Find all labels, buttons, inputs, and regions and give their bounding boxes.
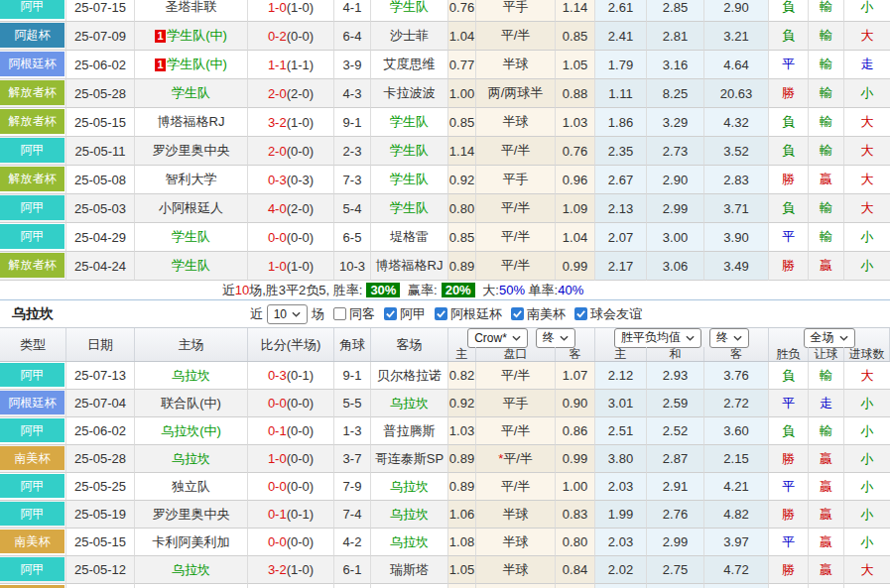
fulltime-score: 0-3 bbox=[268, 173, 287, 187]
away-team: 学生队 bbox=[371, 108, 448, 137]
crow-handicap: 半球 bbox=[476, 556, 556, 584]
handicap-outcome: 輸 bbox=[809, 362, 844, 390]
column-subheader: 客 bbox=[556, 347, 595, 361]
crow-home-odds: 0.85 bbox=[448, 223, 476, 252]
match-date: 25-05-28 bbox=[66, 79, 135, 108]
crow-away-odds: 0.99 bbox=[556, 252, 595, 281]
match-score bbox=[248, 584, 334, 588]
crow-home-odds: 0.92 bbox=[448, 390, 476, 417]
result-outcome: 平 bbox=[769, 473, 809, 501]
league-filter-checkbox[interactable] bbox=[574, 307, 587, 320]
crow-home-odds: 0.77 bbox=[448, 51, 476, 79]
avg-away-odds: 3.71 bbox=[704, 194, 769, 223]
crow-away-odds: 1.14 bbox=[556, 0, 595, 22]
handicap-outcome: 贏 bbox=[809, 529, 844, 556]
handicap-outcome: 贏 bbox=[809, 556, 844, 584]
avg-draw-odds: 8.25 bbox=[647, 79, 704, 108]
league-badge: 阿甲 bbox=[0, 363, 64, 387]
avg-away-odds: 4.64 bbox=[704, 51, 769, 79]
crow-handicap-value: 半球 bbox=[503, 113, 529, 131]
league-filter-checkbox[interactable] bbox=[435, 307, 447, 320]
checkbox-label: 同客 bbox=[349, 305, 375, 323]
crow-home-odds-value: 0.89 bbox=[449, 451, 474, 466]
same-venue-checkbox[interactable] bbox=[333, 307, 346, 320]
home-team-label: 圣塔非联 bbox=[166, 0, 217, 16]
fulltime-score: 1-0 bbox=[268, 0, 287, 15]
home-team-label: 学生队(中) bbox=[167, 27, 227, 45]
crow-handicap: 半球 bbox=[476, 529, 556, 556]
period-select[interactable]: 全场 bbox=[804, 328, 855, 348]
avg-away-odds: 4.72 bbox=[704, 556, 769, 584]
league-filter-checkbox[interactable] bbox=[511, 307, 524, 320]
match-date: 25-04-29 bbox=[66, 223, 135, 252]
odds-time-select[interactable]: 终 bbox=[536, 328, 575, 348]
crow-home-odds-value: 0.92 bbox=[449, 396, 474, 411]
crow-away-odds-value: 1.09 bbox=[563, 201, 587, 216]
avg-draw-odds: 2.85 bbox=[647, 0, 704, 22]
single-rate-value: 40% bbox=[558, 283, 583, 297]
avg-time-select[interactable]: 终 bbox=[709, 328, 749, 348]
match-date: 25-05-28 bbox=[66, 445, 135, 473]
avg-away-odds bbox=[704, 584, 769, 588]
goals-outcome: 大 bbox=[844, 137, 890, 166]
table-row: 阿超杯25-07-091学生队(中)0-2(0-0)6-4沙士菲1.04平/半0… bbox=[0, 22, 890, 51]
home-team: 1学生队(中) bbox=[135, 51, 248, 79]
halftime-score: (0-0) bbox=[287, 29, 314, 44]
corner-score: 5-5 bbox=[334, 390, 371, 417]
odds-view-select[interactable]: 胜平负均值 bbox=[614, 328, 701, 348]
crow-handicap-value: 平/半 bbox=[503, 450, 533, 468]
away-team: 乌拉坎 bbox=[371, 501, 448, 529]
match-date: 25-07-04 bbox=[66, 390, 135, 417]
crow-handicap: 平/半 bbox=[476, 417, 556, 445]
halftime-score: (0-1) bbox=[287, 507, 314, 522]
league-filter-checkbox[interactable] bbox=[384, 307, 397, 320]
recent-stats-text: 近10场,胜3平2负5, 胜率:30% 赢率:20% 大:50% 单率:40% bbox=[222, 282, 583, 299]
crow-home-odds-value: 0.76 bbox=[449, 0, 474, 15]
result-outcome: 平 bbox=[769, 51, 809, 79]
fulltime-score: 2-0 bbox=[268, 144, 287, 159]
league-badge: 阿甲 bbox=[0, 502, 64, 526]
crow-home-odds: 0.89 bbox=[448, 473, 476, 501]
avg-time-select-value: 终 bbox=[716, 329, 728, 346]
result-outcome: 勝 bbox=[769, 252, 809, 281]
crow-home-odds: 1.06 bbox=[448, 501, 476, 529]
crow-home-odds-value: 0.89 bbox=[449, 479, 474, 494]
fulltime-score: 0-2 bbox=[268, 29, 287, 44]
avg-draw-odds: 3.16 bbox=[647, 51, 704, 79]
away-team-label: 博塔福格RJ bbox=[376, 257, 444, 275]
home-team: 罗沙里奥中央 bbox=[135, 137, 248, 166]
avg-draw-odds: 2.52 bbox=[647, 417, 704, 445]
avg-away-odds: 4.32 bbox=[704, 108, 769, 137]
halftime-score: (0-0) bbox=[287, 479, 314, 494]
table-row: 阿甲25-05-12乌拉坎3-2(1-0)6-1瑞斯塔1.05半球0.842.0… bbox=[0, 556, 890, 584]
opponent-history-table: 阿甲25-07-15圣塔非联1-0(1-0)4-1学生队0.76平手1.142.… bbox=[0, 0, 890, 281]
crow-home-odds-value: 0.85 bbox=[449, 230, 474, 245]
halftime-score: (1-0) bbox=[287, 562, 314, 577]
avg-draw-odds: 3.06 bbox=[647, 252, 704, 281]
crow-home-odds-value: 0.92 bbox=[449, 173, 474, 187]
home-team-label: 学生队(中) bbox=[167, 56, 227, 73]
crow-away-odds-value: 0.99 bbox=[563, 451, 587, 466]
away-team-label: 学生队 bbox=[390, 199, 429, 217]
matches-count-select[interactable]: 10 bbox=[267, 304, 308, 324]
crow-handicap-value: 平/半 bbox=[501, 228, 531, 246]
crow-away-odds-value: 0.84 bbox=[563, 562, 587, 577]
crow-handicap: 平/半 bbox=[476, 223, 556, 252]
avg-home-odds: 3.01 bbox=[595, 390, 647, 417]
summary-stats: 场,胜3平2负5, 胜率: bbox=[249, 282, 362, 299]
crow-handicap-value: 平手 bbox=[503, 171, 529, 188]
avg-home-odds: 1.79 bbox=[595, 51, 647, 79]
league-cell: 南美杯 bbox=[0, 445, 66, 473]
result-outcome: 負 bbox=[769, 108, 809, 137]
crow-home-odds: 0.92 bbox=[448, 166, 476, 194]
crow-away-odds-value: 1.00 bbox=[563, 479, 587, 494]
avg-home-odds: 2.02 bbox=[595, 556, 647, 584]
result-outcome: 負 bbox=[769, 362, 809, 390]
bookmaker-select[interactable]: Crow* bbox=[467, 328, 528, 348]
table-row: 解放者杯25-05-08智利大学0-3(0-3)7-3学生队0.92平手0.96… bbox=[0, 166, 890, 194]
halftime-score: (1-1) bbox=[287, 58, 314, 72]
corner-score: 7-3 bbox=[334, 166, 371, 194]
avg-draw-odds: 2.93 bbox=[647, 362, 704, 390]
league-badge: 阿甲 bbox=[0, 557, 64, 581]
match-date: 25-05-11 bbox=[66, 137, 135, 166]
